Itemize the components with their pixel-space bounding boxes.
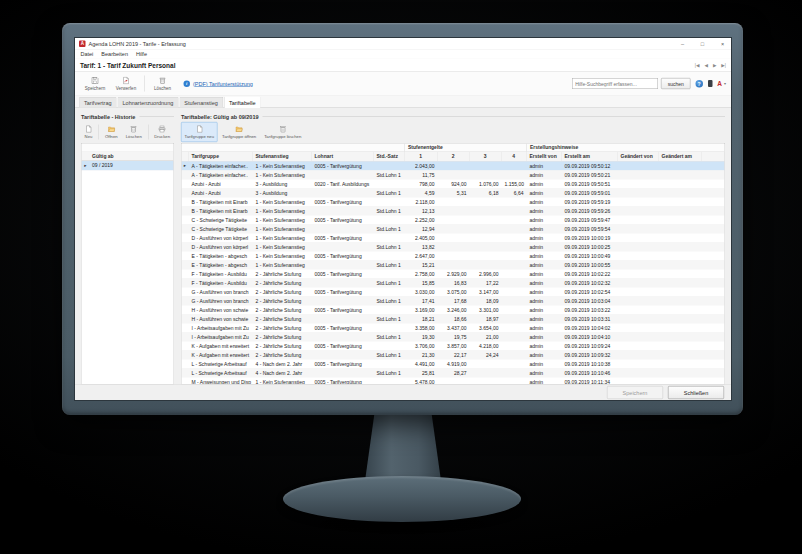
table-row[interactable]: D - Ausführen von körperl 1 - Kein Stufe… <box>182 243 725 252</box>
history-row[interactable]: ▸ 09 / 2019 <box>82 161 174 171</box>
table-row[interactable]: L - Schwierige Arbeitsauf 4 - Nach dem 2… <box>182 360 725 369</box>
tarifgruppe-new-label: Tarifgruppe neu <box>185 134 215 139</box>
table-row[interactable]: H - Ausführen von schwie 2 - Jährliche S… <box>182 306 725 315</box>
tab[interactable]: Lohnartenzuordnung <box>118 97 179 108</box>
table-row[interactable]: E - Tätigkeiten - abgesch 1 - Kein Stufe… <box>182 261 725 270</box>
history-print-button[interactable]: Drucken <box>151 122 174 142</box>
table-row[interactable]: H - Ausführen von schwie 2 - Jährliche S… <box>182 315 725 324</box>
table-row[interactable]: F - Tätigkeiten - Ausbildu 2 - Jährliche… <box>182 270 725 279</box>
help-search-input[interactable] <box>572 78 658 89</box>
cell-tarifgruppe: H - Ausführen von schwie <box>189 306 253 315</box>
table-row[interactable]: E - Tätigkeiten - abgesch 1 - Kein Stufe… <box>182 252 725 261</box>
col-lohnart[interactable]: Lohnart <box>312 152 374 161</box>
table-row[interactable]: L - Schwierige Arbeitsauf 4 - Nach dem 2… <box>182 369 725 378</box>
table-row[interactable]: K - Aufgaben mit erweitert 2 - Jährliche… <box>182 351 725 360</box>
cell-stufe-4 <box>502 324 527 333</box>
row-marker <box>182 189 189 198</box>
table-row[interactable]: A - Tätigkeiten einfacher.. 1 - Kein Stu… <box>182 171 725 180</box>
cell-geaendert-am <box>659 207 702 216</box>
table-row[interactable]: ▸ A - Tätigkeiten einfacher.. 1 - Kein S… <box>182 162 725 171</box>
last-record-icon[interactable]: ▶| <box>721 63 726 68</box>
cell-tarifgruppe: F - Tätigkeiten - Ausbildu <box>189 279 253 288</box>
first-record-icon[interactable]: |◀ <box>695 63 700 68</box>
menu-item[interactable]: Datei <box>77 51 97 57</box>
tab[interactable]: Tariftabelle <box>224 97 261 109</box>
history-open-button[interactable]: Öffnen <box>102 122 122 142</box>
support-phone-icon[interactable] <box>708 80 713 87</box>
tarifgruppe-new-button[interactable]: Tarifgruppe neu <box>181 122 218 142</box>
col-geaendert-am[interactable]: Geändert am <box>659 152 702 161</box>
history-section-title: Tariftabelle - Historie <box>81 112 174 121</box>
cell-stufe-4 <box>502 360 527 369</box>
table-row[interactable]: M - Anweisungen und Disp 1 - Kein Stufen… <box>182 378 725 385</box>
tab[interactable]: Stufenanstieg <box>179 97 223 108</box>
col-stufe-1[interactable]: 1 <box>405 152 438 161</box>
previous-record-icon[interactable]: ◀ <box>704 63 707 68</box>
table-row[interactable]: I - Arbeitsaufgaben mit Zu 2 - Jährliche… <box>182 333 725 342</box>
cell-stufe-4 <box>502 270 527 279</box>
table-row[interactable]: Azubi - Azubi 3 - Ausbildung Std.Lohn 1 … <box>182 189 725 198</box>
save-button[interactable]: Speichern <box>80 73 110 94</box>
col-stufenanstieg[interactable]: Stufenanstieg <box>253 152 312 161</box>
cell-stufe-2 <box>438 171 470 180</box>
cell-std-satz: Std.Lohn 1 <box>374 189 405 198</box>
table-row[interactable]: C - Schwierige Tätigkeite 1 - Kein Stufe… <box>182 216 725 225</box>
history-new-button[interactable]: Neu <box>81 122 96 142</box>
cell-tarifgruppe: B - Tätigkeiten mit Einarb <box>189 207 253 216</box>
table-row[interactable]: C - Schwierige Tätigkeite 1 - Kein Stufe… <box>182 225 725 234</box>
table-row[interactable]: F - Tätigkeiten - Ausbildu 2 - Jährliche… <box>182 279 725 288</box>
new-document-icon <box>195 125 203 133</box>
row-marker <box>182 171 189 180</box>
cell-erstellt-am: 09.09.2019 10:11:34 <box>562 378 618 385</box>
table-row[interactable]: K - Aufgaben mit erweitert 2 - Jährliche… <box>182 342 725 351</box>
cell-geaendert-von <box>618 162 659 171</box>
delete-button[interactable]: Löschen <box>148 73 178 94</box>
cell-stufenanstieg: 2 - Jährliche Stufung <box>253 342 312 351</box>
table-row[interactable]: G - Ausführen von branch 2 - Jährliche S… <box>182 297 725 306</box>
table-row[interactable]: B - Tätigkeiten mit Einarb 1 - Kein Stuf… <box>182 207 725 216</box>
tarifgruppe-open-button[interactable]: Tarifgruppe öffnen <box>219 122 260 142</box>
cell-stufe-2 <box>438 252 470 261</box>
help-icon[interactable]: ? <box>695 80 703 88</box>
cell-filler <box>702 252 725 261</box>
table-row[interactable]: D - Ausführen von körperl 1 - Kein Stufe… <box>182 234 725 243</box>
minimize-button[interactable]: – <box>674 38 691 49</box>
tab[interactable]: Tarifvertrag <box>79 97 117 108</box>
table-row[interactable]: I - Arbeitsaufgaben mit Zu 2 - Jährliche… <box>182 324 725 333</box>
history-rows: ▸ 09 / 2019 <box>82 161 174 171</box>
col-geaendert-von[interactable]: Geändert von <box>618 152 659 161</box>
cell-stufe-1: 4,59 <box>405 189 438 198</box>
col-std-satz[interactable]: Std.-Satz <box>374 152 405 161</box>
history-delete-button[interactable]: Löschen <box>122 122 145 142</box>
menu-item[interactable]: Hilfe <box>132 51 150 57</box>
cell-lohnart: 0005 - Tarifvergütung <box>312 360 374 369</box>
table-row[interactable]: G - Ausführen von branch 2 - Jährliche S… <box>182 288 725 297</box>
table-row[interactable]: Azubi - Azubi 3 - Ausbildung 0020 - Tari… <box>182 180 725 189</box>
trash-icon <box>159 77 167 85</box>
cell-geaendert-am <box>659 171 702 180</box>
col-stufe-3[interactable]: 3 <box>470 152 502 161</box>
next-record-icon[interactable]: ▶ <box>713 63 716 68</box>
cell-stufe-4: 1.155,00 <box>502 180 527 189</box>
footer-save-button[interactable]: Speichern <box>607 386 663 399</box>
col-erstellt-von[interactable]: Erstellt von <box>527 152 562 161</box>
col-stufe-2[interactable]: 2 <box>438 152 470 161</box>
pdf-tarif-link[interactable]: (PDF) Tarifunterstützung <box>193 81 253 87</box>
close-button[interactable]: × <box>714 38 731 49</box>
table-row[interactable]: B - Tätigkeiten mit Einarb 1 - Kein Stuf… <box>182 198 725 207</box>
maximize-button[interactable]: □ <box>694 38 711 49</box>
col-tarifgruppe[interactable]: Tarifgruppe <box>189 152 253 161</box>
cell-geaendert-am <box>659 243 702 252</box>
col-stufe-4[interactable]: 4 <box>502 152 527 161</box>
cell-stufenanstieg: 4 - Nach dem 2. Jahr <box>253 360 312 369</box>
search-button[interactable]: suchen <box>661 78 690 89</box>
footer-close-button[interactable]: Schließen <box>668 386 724 399</box>
cell-std-satz <box>374 270 405 279</box>
discard-button[interactable]: Verwerfen <box>111 73 141 94</box>
tarifgruppe-delete-button[interactable]: Tarifgruppe löschen <box>261 122 305 142</box>
cell-stufe-2: 3.075,00 <box>438 288 470 297</box>
menu-item[interactable]: Bearbeiten <box>98 51 132 57</box>
agenda-brand-icon[interactable]: A <box>717 80 722 88</box>
col-erstellt-am[interactable]: Erstellt am <box>562 152 618 161</box>
cell-stufe-1: 3.358,00 <box>405 324 438 333</box>
